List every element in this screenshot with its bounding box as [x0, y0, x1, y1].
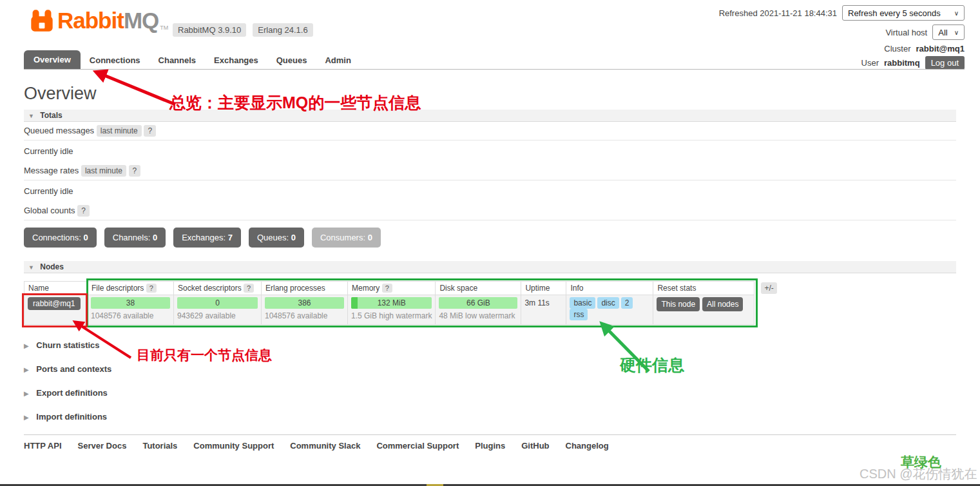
totals-section-header[interactable]: ▼ Totals: [24, 110, 956, 122]
connections-count-button[interactable]: Connections: 0: [24, 228, 97, 248]
info-badge-2[interactable]: 2: [621, 297, 633, 309]
section-export-definitions[interactable]: ▶ Export definitions: [24, 388, 956, 398]
link-changelog[interactable]: Changelog: [566, 441, 609, 451]
main-content: Overview ▼ Totals Queued messages last m…: [24, 81, 956, 451]
info-badge-disc[interactable]: disc: [597, 297, 619, 309]
socket-descriptors-available: 943629 available: [177, 311, 258, 320]
erlang-processes-available: 1048576 available: [265, 311, 344, 320]
node-name-cell: rabbit@mq1: [24, 295, 88, 325]
link-plugins[interactable]: Plugins: [475, 441, 505, 451]
main-tab-bar: Overview Connections Channels Exchanges …: [24, 52, 965, 70]
chevron-down-icon: ∨: [954, 29, 959, 36]
disk-watermark: 48 MiB low watermark: [439, 311, 517, 320]
tab-exchanges[interactable]: Exchanges: [205, 52, 267, 69]
tab-admin[interactable]: Admin: [316, 52, 360, 69]
nodes-section-header[interactable]: ▼ Nodes: [24, 261, 956, 273]
queued-messages-label: Queued messages: [24, 126, 94, 135]
rate-window-badge[interactable]: last minute: [81, 165, 126, 177]
collapse-triangle-icon: ▼: [28, 113, 34, 119]
link-commercial-support[interactable]: Commercial Support: [376, 441, 459, 451]
expand-triangle-icon: ▶: [24, 414, 29, 421]
link-github[interactable]: GitHub: [521, 441, 549, 451]
memory-cell: 132 MiB 1.5 GiB high watermark: [348, 295, 436, 325]
refreshed-timestamp: 2021-11-21 18:44:31: [760, 8, 837, 18]
tab-channels[interactable]: Channels: [149, 52, 206, 69]
help-icon[interactable]: ?: [244, 284, 254, 293]
info-badge-basic[interactable]: basic: [570, 297, 595, 309]
memory-watermark: 1.5 GiB high watermark: [351, 311, 432, 320]
erlang-processes-meter: 386: [265, 297, 344, 309]
expand-triangle-icon: ▶: [24, 366, 29, 373]
queues-count-button[interactable]: Queues: 0: [249, 228, 304, 248]
page-title: Overview: [24, 84, 956, 104]
queued-idle-text: Currently idle: [24, 141, 956, 162]
help-icon[interactable]: ?: [144, 125, 156, 137]
memory-meter: 132 MiB: [351, 297, 432, 309]
file-descriptors-cell: 38 1048576 available: [88, 295, 174, 325]
rates-idle-text: Currently idle: [24, 180, 956, 202]
link-http-api[interactable]: HTTP API: [24, 441, 62, 451]
rate-window-badge[interactable]: last minute: [97, 125, 142, 137]
reset-all-nodes-button[interactable]: All nodes: [702, 297, 743, 311]
info-badge-rss[interactable]: rss: [570, 309, 588, 320]
global-counts-buttons: Connections: 0 Channels: 0 Exchanges: 7 …: [24, 228, 956, 248]
help-icon[interactable]: ?: [146, 284, 157, 293]
col-name: Name: [24, 282, 88, 295]
channels-count-button[interactable]: Channels: 0: [104, 228, 166, 248]
message-rates-label: Message rates: [24, 166, 79, 175]
section-import-definitions[interactable]: ▶ Import definitions: [24, 412, 956, 422]
logo-text-mq: MQ: [124, 8, 159, 34]
col-info: Info: [566, 282, 653, 295]
erlang-processes-cell: 386 1048576 available: [262, 295, 348, 325]
csdn-watermark: CSDN @花伤情犹在: [860, 465, 977, 483]
section-churn-statistics[interactable]: ▶ Churn statistics: [24, 340, 956, 351]
help-icon[interactable]: ?: [129, 165, 141, 177]
tab-queues[interactable]: Queues: [267, 52, 316, 69]
reset-this-node-button[interactable]: This node: [657, 297, 700, 311]
refresh-interval-select[interactable]: Refresh every 5 seconds ∨: [842, 5, 965, 21]
socket-descriptors-cell: 0 943629 available: [174, 295, 262, 325]
global-counts-label: Global counts: [24, 206, 75, 215]
col-uptime: Uptime: [521, 282, 566, 295]
exchanges-count-button[interactable]: Exchanges: 7: [173, 228, 241, 248]
global-counts-subheader: Global counts ?: [24, 202, 956, 220]
file-descriptors-meter: 38: [91, 297, 170, 309]
logo-trademark: TM: [160, 24, 168, 31]
col-memory: Memory ?: [348, 282, 436, 295]
virtual-host-select[interactable]: All ∨: [932, 24, 965, 40]
expand-triangle-icon: ▶: [24, 390, 29, 397]
rabbit-icon: [29, 8, 55, 35]
uptime-cell: 3m 11s: [521, 295, 566, 325]
col-file-descriptors: File descriptors ?: [88, 282, 174, 295]
link-community-slack[interactable]: Community Slack: [290, 441, 360, 451]
info-cell: basicdisc2rss: [566, 295, 653, 325]
section-ports-and-contexts[interactable]: ▶ Ports and contexts: [24, 364, 956, 374]
tab-connections[interactable]: Connections: [81, 52, 149, 69]
virtual-host-label: Virtual host: [885, 28, 927, 37]
disk-space-cell: 66 GiB 48 MiB low watermark: [436, 295, 521, 325]
consumers-count-button[interactable]: Consumers: 0: [312, 228, 381, 248]
queued-messages-subheader: Queued messages last minute ?: [24, 122, 956, 141]
chevron-down-icon: ∨: [954, 10, 959, 17]
help-icon[interactable]: ?: [382, 284, 392, 293]
link-community-support[interactable]: Community Support: [193, 441, 274, 451]
rabbitmq-logo[interactable]: Rabbit MQ TM: [29, 8, 168, 35]
reset-stats-cell: This nodeAll nodes: [653, 295, 754, 325]
file-descriptors-available: 1048576 available: [91, 311, 170, 320]
footer-links: HTTP APIServer DocsTutorialsCommunity Su…: [24, 434, 956, 451]
expand-triangle-icon: ▶: [24, 342, 29, 349]
column-toggle-button[interactable]: +/-: [761, 282, 776, 294]
node-row: rabbit@mq1 38 1048576 available 0 943629…: [24, 295, 754, 325]
help-icon[interactable]: ?: [77, 205, 90, 217]
col-reset-stats: Reset stats: [653, 282, 754, 295]
link-server-docs[interactable]: Server Docs: [78, 441, 127, 451]
tab-overview[interactable]: Overview: [24, 50, 81, 69]
memory-used-segment: [351, 297, 358, 309]
nodes-table: Name File descriptors ? Socket descripto…: [24, 281, 754, 325]
rabbitmq-version-badge: RabbitMQ 3.9.10: [173, 23, 246, 37]
node-name-badge[interactable]: rabbit@mq1: [28, 297, 81, 310]
socket-descriptors-meter: 0: [177, 297, 258, 309]
erlang-version-badge: Erlang 24.1.6: [253, 23, 312, 37]
link-tutorials[interactable]: Tutorials: [142, 441, 177, 451]
green-color-watermark: 草绿色: [901, 453, 941, 471]
